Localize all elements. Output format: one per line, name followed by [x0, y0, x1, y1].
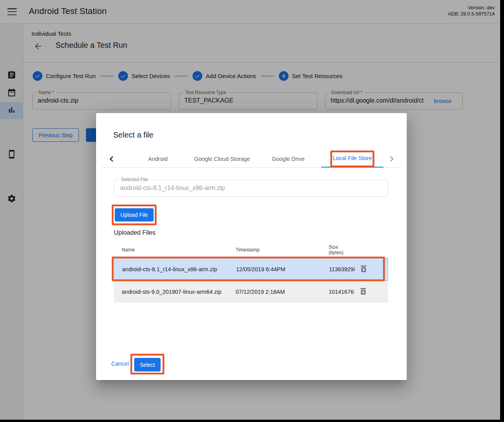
column-header-name: Name: [114, 247, 236, 253]
dialog-title: Select a file: [113, 131, 153, 140]
column-header-size: Size (bytes): [329, 244, 354, 255]
size-cell: 101416764: [329, 289, 354, 295]
file-name-cell: android-sts-9.0_201907-linux-arm64.zip: [114, 289, 236, 295]
column-header-timestamp: Timestamp: [236, 247, 329, 253]
file-source-tabbar: Android Google Cloud Storage Google Driv…: [96, 150, 407, 168]
tab-google-cloud-storage[interactable]: Google Cloud Storage: [189, 150, 255, 168]
timestamp-cell: 07/12/2019 2:18AM: [236, 289, 329, 295]
cancel-button[interactable]: Cancel: [111, 361, 129, 367]
size-cell: 113639298: [329, 266, 355, 272]
table-row-selected[interactable]: android-cts-8.1_r14-linux_x86-arm.zip 12…: [114, 258, 388, 281]
uploaded-files-table: Name Timestamp Size (bytes) android-cts-…: [114, 242, 388, 303]
tab-local-file-store[interactable]: Local File Store: [321, 150, 383, 168]
selected-file-value: android-cts-8.1_r14-linux_x86-arm.zip: [120, 185, 385, 192]
select-button[interactable]: Select: [134, 358, 161, 371]
tabbar-divider: [101, 167, 402, 168]
table-row[interactable]: android-sts-9.0_201907-linux-arm64.zip 0…: [114, 281, 388, 303]
chevron-right-icon[interactable]: [386, 153, 397, 164]
select-a-file-dialog: Select a file Android Google Cloud Stora…: [96, 113, 407, 380]
selected-file-field[interactable]: Selected File android-cts-8.1_r14-linux_…: [114, 180, 388, 197]
uploaded-files-title: Uploaded Files: [114, 229, 156, 236]
table-header-row: Name Timestamp Size (bytes): [114, 242, 388, 258]
tab-google-drive[interactable]: Google Drive: [255, 150, 321, 168]
file-name-cell: android-cts-8.1_r14-linux_x86-arm.zip: [114, 266, 236, 272]
trash-delete-icon[interactable]: [359, 291, 368, 297]
selected-file-label: Selected File: [119, 177, 150, 182]
upload-file-button[interactable]: Upload File: [115, 208, 154, 221]
trash-delete-icon[interactable]: [359, 268, 368, 274]
tab-android[interactable]: Android: [127, 150, 189, 168]
chevron-left-icon[interactable]: [106, 153, 117, 164]
timestamp-cell: 12/05/2019 6:44PM: [236, 266, 329, 272]
